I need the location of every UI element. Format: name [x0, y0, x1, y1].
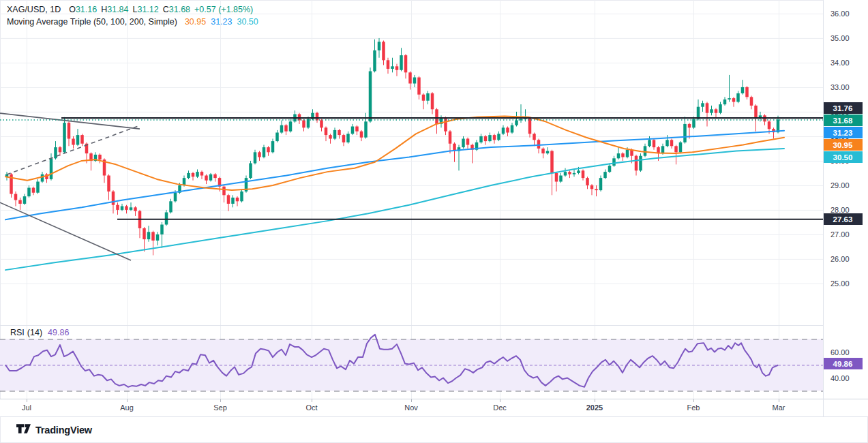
- ohlc-close-value: 31.68: [169, 5, 190, 14]
- candle: [533, 134, 536, 140]
- candle: [213, 174, 217, 178]
- candle: [603, 172, 607, 178]
- candle: [130, 207, 133, 210]
- candle: [719, 104, 722, 113]
- candle: [174, 193, 177, 202]
- candle: [289, 121, 293, 131]
- candle: [360, 132, 363, 138]
- candle: [333, 130, 337, 139]
- rsi-label[interactable]: RSI: [10, 328, 25, 337]
- candle: [395, 66, 399, 70]
- candle: [302, 121, 305, 128]
- candle: [329, 135, 332, 138]
- candle: [151, 232, 155, 241]
- candle: [391, 66, 394, 69]
- candle: [701, 103, 704, 106]
- price-axis-label: 29.00: [830, 181, 850, 189]
- candle: [263, 147, 266, 157]
- candle: [76, 135, 80, 144]
- candle: [50, 158, 53, 179]
- ma-indicator-label[interactable]: Moving Average Triple (50, 100, 200, Sim…: [7, 17, 177, 27]
- candle: [706, 103, 709, 112]
- chart-canvas[interactable]: 36.0035.0034.0033.0032.0031.0030.0029.00…: [0, 0, 868, 443]
- candle: [741, 87, 745, 93]
- change-value: +0.57 (+1.85%): [194, 5, 253, 14]
- candle: [435, 109, 438, 124]
- candle: [72, 139, 75, 145]
- candle: [364, 121, 368, 137]
- candle: [674, 146, 678, 152]
- candle: [160, 225, 164, 234]
- candle: [116, 205, 119, 210]
- candle: [147, 232, 151, 239]
- candle: [515, 121, 518, 125]
- tradingview-chart-widget: 36.0035.0034.0033.0032.0031.0030.0029.00…: [0, 0, 868, 443]
- candle: [639, 156, 642, 171]
- ohlc-high-value: 31.84: [107, 5, 128, 14]
- price-badge-label: 27.63: [833, 215, 853, 224]
- price-axis-label: 27.00: [830, 230, 850, 239]
- candle: [240, 192, 243, 201]
- time-axis-label: Feb: [687, 403, 700, 412]
- candle: [621, 153, 625, 157]
- candle: [346, 134, 350, 142]
- candle: [187, 173, 190, 178]
- candle: [488, 135, 492, 141]
- candle: [254, 152, 257, 163]
- price-axis-label: 35.00: [830, 34, 850, 42]
- price-badge-label: 31.76: [833, 104, 853, 112]
- price-axis-label: 36.00: [830, 10, 850, 18]
- candle: [400, 55, 403, 70]
- rsi-value: 49.86: [48, 328, 69, 337]
- candle: [653, 140, 656, 147]
- candle: [582, 170, 585, 178]
- ohlc-close: C31.68: [163, 5, 190, 14]
- trendline: [0, 202, 131, 260]
- candle: [320, 121, 323, 128]
- candle: [577, 170, 580, 173]
- candle: [728, 98, 731, 100]
- rsi-axis-label: 40.00: [830, 374, 850, 382]
- candle: [599, 178, 603, 190]
- candle: [612, 158, 616, 166]
- ma-indicator-row: Moving Average Triple (50, 100, 200, Sim…: [7, 16, 258, 28]
- ohlc-open-key: O: [69, 5, 76, 14]
- time-axis-label: Sep: [213, 403, 227, 412]
- tradingview-logo[interactable]: TradingView: [16, 424, 92, 436]
- time-axis-label: Dec: [493, 403, 507, 412]
- candle: [555, 173, 558, 182]
- time-axis-label: Jul: [22, 403, 31, 412]
- price-axis-label: 28.00: [830, 206, 850, 214]
- rsi-params: (14): [27, 328, 42, 337]
- candle: [36, 182, 40, 193]
- ohlc-close-key: C: [163, 5, 169, 14]
- time-axis-label: Oct: [305, 403, 317, 412]
- candle: [479, 136, 483, 142]
- candle: [196, 172, 199, 177]
- candles[interactable]: [5, 38, 780, 256]
- candle: [382, 42, 385, 60]
- candle: [267, 147, 270, 152]
- price-badge-label: 31.68: [833, 117, 853, 125]
- candle: [18, 200, 22, 204]
- symbol-row: XAG/USD, 1DO31.16H31.84L31.12C31.68+0.57…: [7, 3, 258, 16]
- candle: [665, 140, 669, 146]
- candle: [683, 124, 687, 142]
- ohlc-high: H31.84: [101, 5, 128, 14]
- candle: [387, 60, 390, 69]
- candle: [644, 146, 647, 155]
- ohlc-low-value: 31.12: [137, 5, 158, 14]
- candle: [648, 140, 651, 146]
- candle: [59, 147, 62, 152]
- candle: [408, 72, 412, 83]
- price-axis-label: 33.00: [830, 83, 850, 91]
- candle: [568, 172, 571, 174]
- candle: [559, 176, 563, 182]
- candle: [417, 78, 421, 95]
- symbol-title[interactable]: XAG/USD, 1D: [7, 5, 61, 14]
- time-axis-label: Nov: [404, 403, 418, 412]
- candle: [431, 93, 434, 109]
- time-axis-label: Aug: [120, 403, 134, 412]
- candle: [325, 127, 328, 135]
- candle: [661, 146, 665, 153]
